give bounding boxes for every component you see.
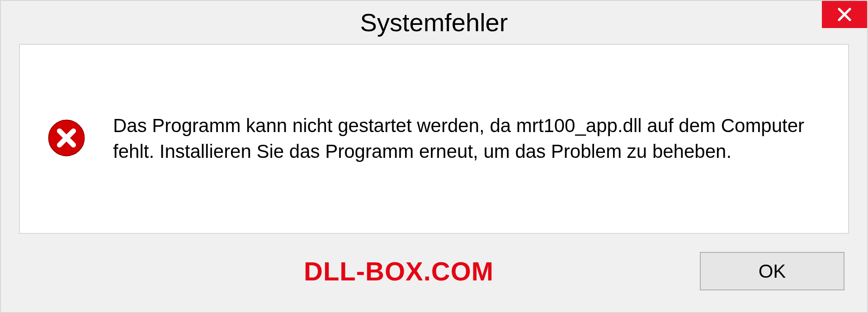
close-button[interactable] [822, 1, 867, 28]
close-icon [836, 6, 853, 23]
watermark-text: DLL-BOX.COM [304, 256, 494, 286]
dialog-footer: DLL-BOX.COM OK [1, 234, 867, 308]
error-message: Das Programm kann nicht gestartet werden… [113, 113, 821, 164]
error-icon [47, 119, 86, 159]
error-dialog: Systemfehler Das Programm kann nicht ges… [0, 0, 868, 313]
titlebar: Systemfehler [1, 1, 867, 44]
content-panel: Das Programm kann nicht gestartet werden… [19, 44, 849, 234]
ok-button[interactable]: OK [700, 252, 844, 290]
dialog-title: Systemfehler [360, 8, 508, 37]
